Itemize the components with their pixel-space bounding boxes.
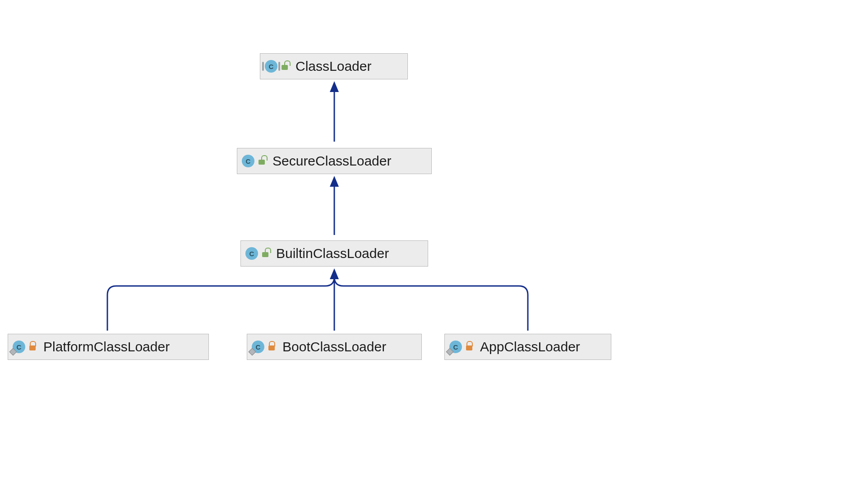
node-icons: C (13, 341, 37, 353)
class-inner-icon: C (252, 341, 264, 353)
node-secureclassloader[interactable]: C SecureClassLoader (237, 148, 432, 174)
node-label: ClassLoader (295, 59, 371, 74)
class-inner-icon: C (13, 341, 25, 353)
lock-open-icon (258, 157, 266, 165)
node-icons: C (242, 155, 266, 167)
svg-marker-2 (330, 268, 339, 279)
lock-closed-icon (466, 343, 474, 351)
node-label: AppClassLoader (480, 339, 580, 355)
node-appclassloader[interactable]: C AppClassLoader (444, 334, 611, 360)
node-builtinclassloader[interactable]: C BuiltinClassLoader (240, 240, 428, 267)
node-icons: C (252, 341, 276, 353)
node-bootclassloader[interactable]: C BootClassLoader (247, 334, 422, 360)
node-platformclassloader[interactable]: C PlatformClassLoader (8, 334, 209, 360)
diagram-canvas: C ClassLoader C SecureClassLoader C (0, 0, 868, 479)
svg-marker-0 (330, 81, 339, 92)
node-label: PlatformClassLoader (43, 339, 170, 355)
class-inner-icon: C (449, 341, 462, 353)
lock-closed-icon (29, 343, 37, 351)
node-icons: C (449, 341, 474, 353)
node-label: SecureClassLoader (272, 153, 391, 169)
arrow-layer (0, 0, 868, 479)
node-label: BuiltinClassLoader (276, 246, 389, 261)
node-label: BootClassLoader (282, 339, 386, 355)
class-icon: C (242, 155, 254, 167)
lock-open-icon (262, 249, 270, 258)
class-abstract-icon: C (265, 60, 277, 73)
node-icons: C (245, 247, 270, 260)
class-icon: C (245, 247, 258, 260)
node-classloader[interactable]: C ClassLoader (260, 53, 408, 79)
node-icons: C (265, 60, 289, 73)
lock-closed-icon (268, 343, 276, 351)
svg-marker-1 (330, 176, 339, 187)
lock-open-icon (281, 62, 289, 70)
